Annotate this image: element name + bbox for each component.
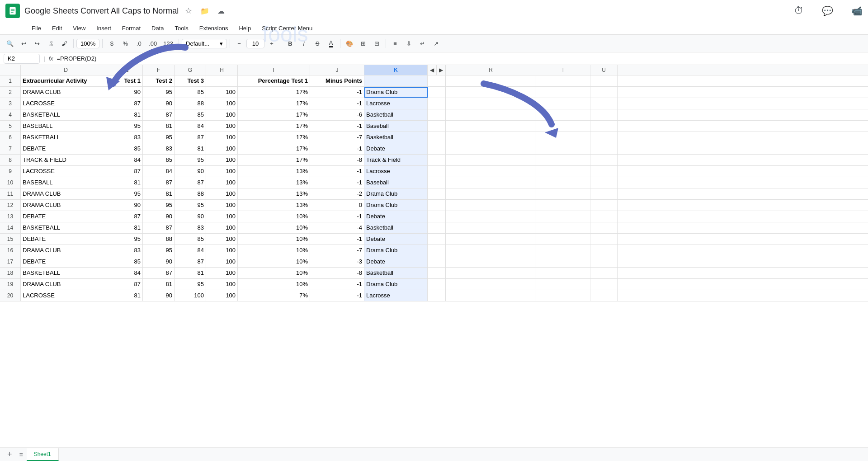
cell-r17[interactable]: [446, 256, 536, 267]
cell-h15[interactable]: 100: [206, 234, 238, 245]
cell-t4[interactable]: [536, 109, 590, 120]
undo-btn[interactable]: ↩: [17, 37, 30, 50]
cell-d10[interactable]: BASEBALL: [21, 177, 111, 188]
zoom-selector[interactable]: 100%: [76, 39, 99, 48]
paint-format-btn[interactable]: 🖌: [58, 37, 71, 50]
cell-f17[interactable]: 90: [143, 256, 175, 267]
col-header-u[interactable]: U: [590, 65, 618, 75]
comment-icon[interactable]: 💬: [822, 5, 833, 16]
col-header-nav-left[interactable]: ◀: [428, 65, 437, 75]
cell-f2[interactable]: 95: [143, 87, 175, 98]
cell-i3[interactable]: 17%: [238, 98, 310, 109]
cell-i1[interactable]: Percentage Test 1: [238, 75, 310, 86]
cell-i9[interactable]: 13%: [238, 166, 310, 177]
cell-h18[interactable]: 100: [206, 268, 238, 278]
cell-k17[interactable]: Debate: [364, 256, 428, 267]
cell-d6[interactable]: BASKETBALL: [21, 132, 111, 143]
align-btn[interactable]: ≡: [389, 37, 401, 50]
cell-d11[interactable]: DRAMA CLUB: [21, 188, 111, 199]
cell-e10[interactable]: 81: [111, 177, 143, 188]
cell-k8[interactable]: Track & Field: [364, 155, 428, 165]
cell-r10[interactable]: [446, 177, 536, 188]
cell-k2[interactable]: Drama Club: [364, 87, 428, 98]
cell-e8[interactable]: 84: [111, 155, 143, 165]
cell-f3[interactable]: 90: [143, 98, 175, 109]
cell-d18[interactable]: BASKETBALL: [21, 268, 111, 278]
cell-k10[interactable]: Baseball: [364, 177, 428, 188]
cell-i2[interactable]: 17%: [238, 87, 310, 98]
cell-h3[interactable]: 100: [206, 98, 238, 109]
cell-k15[interactable]: Debate: [364, 234, 428, 245]
cell-e1[interactable]: Test 1: [111, 75, 143, 86]
cell-u2[interactable]: [590, 87, 618, 98]
cell-u12[interactable]: [590, 200, 618, 211]
cell-e11[interactable]: 95: [111, 188, 143, 199]
cell-r1[interactable]: [446, 75, 536, 86]
col-header-d[interactable]: D: [21, 65, 111, 75]
cell-r12[interactable]: [446, 200, 536, 211]
cell-h19[interactable]: 100: [206, 279, 238, 290]
cell-r9[interactable]: [446, 166, 536, 177]
merge-btn[interactable]: ⊟: [370, 37, 383, 50]
col-header-nav-right[interactable]: ▶: [437, 65, 446, 75]
cell-d20[interactable]: LACROSSE: [21, 290, 111, 301]
cell-j11[interactable]: -2: [310, 188, 364, 199]
cell-d15[interactable]: DEBATE: [21, 234, 111, 245]
cell-k3[interactable]: Lacrosse: [364, 98, 428, 109]
cell-t12[interactable]: [536, 200, 590, 211]
cell-e6[interactable]: 83: [111, 132, 143, 143]
cell-e12[interactable]: 90: [111, 200, 143, 211]
cell-e19[interactable]: 87: [111, 279, 143, 290]
cell-f9[interactable]: 84: [143, 166, 175, 177]
menu-file[interactable]: File: [27, 24, 46, 33]
cell-k16[interactable]: Drama Club: [364, 245, 428, 256]
cell-t18[interactable]: [536, 268, 590, 278]
cell-r20[interactable]: [446, 290, 536, 301]
dec-left-btn[interactable]: .0: [132, 37, 145, 50]
cell-k20[interactable]: Lacrosse: [364, 290, 428, 301]
cell-j18[interactable]: -8: [310, 268, 364, 278]
cell-g19[interactable]: 95: [175, 279, 206, 290]
star-icon[interactable]: ☆: [183, 4, 194, 18]
text-color-btn[interactable]: A: [325, 37, 337, 50]
cell-d12[interactable]: DRAMA CLUB: [21, 200, 111, 211]
video-icon[interactable]: 📹: [851, 5, 863, 16]
cell-j16[interactable]: -7: [310, 245, 364, 256]
cell-t17[interactable]: [536, 256, 590, 267]
cell-k19[interactable]: Drama Club: [364, 279, 428, 290]
cell-e16[interactable]: 83: [111, 245, 143, 256]
cell-e17[interactable]: 85: [111, 256, 143, 267]
cell-i12[interactable]: 13%: [238, 200, 310, 211]
cell-j19[interactable]: -1: [310, 279, 364, 290]
cell-f13[interactable]: 90: [143, 211, 175, 222]
cell-g14[interactable]: 83: [175, 222, 206, 233]
cell-d7[interactable]: DEBATE: [21, 143, 111, 154]
cell-j14[interactable]: -4: [310, 222, 364, 233]
cell-h20[interactable]: 100: [206, 290, 238, 301]
cell-e13[interactable]: 87: [111, 211, 143, 222]
col-header-k[interactable]: K: [364, 65, 428, 75]
sheets-menu-btn[interactable]: ≡: [16, 451, 27, 458]
cell-f20[interactable]: 90: [143, 290, 175, 301]
menu-help[interactable]: Help: [234, 24, 255, 33]
cell-g2[interactable]: 85: [175, 87, 206, 98]
cell-i11[interactable]: 13%: [238, 188, 310, 199]
cell-r5[interactable]: [446, 121, 536, 132]
cell-i14[interactable]: 10%: [238, 222, 310, 233]
cell-i6[interactable]: 17%: [238, 132, 310, 143]
cell-t10[interactable]: [536, 177, 590, 188]
cell-r2[interactable]: [446, 87, 536, 98]
cell-j5[interactable]: -1: [310, 121, 364, 132]
cell-f6[interactable]: 95: [143, 132, 175, 143]
cell-i10[interactable]: 13%: [238, 177, 310, 188]
font-selector[interactable]: Default... ▾: [182, 39, 227, 48]
cell-e18[interactable]: 84: [111, 268, 143, 278]
cell-k1[interactable]: [364, 75, 428, 86]
cell-h6[interactable]: 100: [206, 132, 238, 143]
cell-t8[interactable]: [536, 155, 590, 165]
cell-d14[interactable]: BASKETBALL: [21, 222, 111, 233]
cell-g12[interactable]: 95: [175, 200, 206, 211]
cell-r19[interactable]: [446, 279, 536, 290]
col-header-r[interactable]: R: [446, 65, 536, 75]
cell-j13[interactable]: -1: [310, 211, 364, 222]
